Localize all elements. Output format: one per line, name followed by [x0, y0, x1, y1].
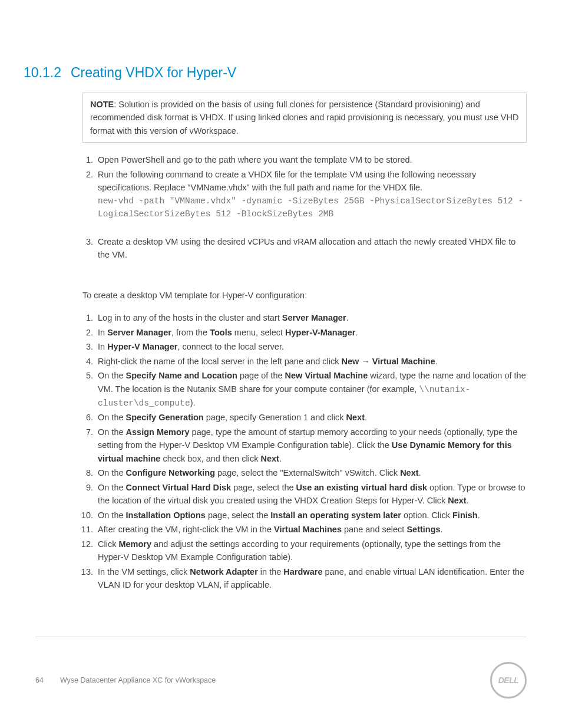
list-item: Click Memory and adjust the settings acc… [95, 538, 527, 564]
list-item: After creating the VM, right-click the V… [95, 523, 527, 536]
page-footer: 64 Wyse Datacenter Appliance XC for vWor… [35, 637, 527, 699]
step-text: Create a desktop VM using the desired vC… [98, 237, 515, 259]
list-item: Log in to any of the hosts in the cluste… [95, 311, 527, 324]
intro-text: To create a desktop VM template for Hype… [82, 289, 527, 302]
list-item: Run the following command to create a VH… [95, 168, 527, 221]
note-text: : Solution is provided on the basis of u… [90, 100, 518, 136]
list-item: On the Assign Memory page, type the amou… [95, 426, 527, 465]
list-item: On the Installation Options page, select… [95, 509, 527, 522]
list-item: In Server Manager, from the Tools menu, … [95, 326, 527, 339]
section-number: 10.1.2 [24, 65, 71, 81]
page-number: 64 [35, 676, 44, 684]
list-item: In Hyper-V Manager, connect to the local… [95, 340, 527, 353]
vhdx-steps-list-cont: Create a desktop VM using the desired vC… [95, 235, 527, 262]
list-item: Open PowerShell and go to the path where… [95, 153, 527, 166]
note-label: NOTE [90, 100, 114, 109]
code-block: new-vhd -path "VMName.vhdx" -dynamic -Si… [98, 195, 527, 221]
step-text: Run the following command to create a VH… [98, 170, 476, 192]
doc-title: Wyse Datacenter Appliance XC for vWorksp… [60, 676, 216, 684]
vhdx-steps-list: Open PowerShell and go to the path where… [95, 153, 527, 220]
list-item: In the VM settings, click Network Adapte… [95, 565, 527, 592]
template-steps-list: Log in to any of the hosts in the cluste… [95, 311, 527, 591]
list-item: On the Specify Generation page, specify … [95, 411, 527, 424]
list-item: On the Configure Networking page, select… [95, 466, 527, 479]
note-box: NOTE: Solution is provided on the basis … [82, 93, 527, 143]
step-text: Open PowerShell and go to the path where… [98, 155, 412, 164]
list-item: On the Specify Name and Location page of… [95, 369, 527, 410]
dell-logo-icon: DELL [490, 662, 527, 699]
list-item: Right-click the name of the local server… [95, 355, 527, 368]
list-item: Create a desktop VM using the desired vC… [95, 235, 527, 262]
section-heading: 10.1.2 Creating VHDX for Hyper-V [35, 65, 527, 81]
list-item: On the Connect Virtual Hard Disk page, s… [95, 481, 527, 508]
section-title: Creating VHDX for Hyper-V [71, 65, 236, 81]
